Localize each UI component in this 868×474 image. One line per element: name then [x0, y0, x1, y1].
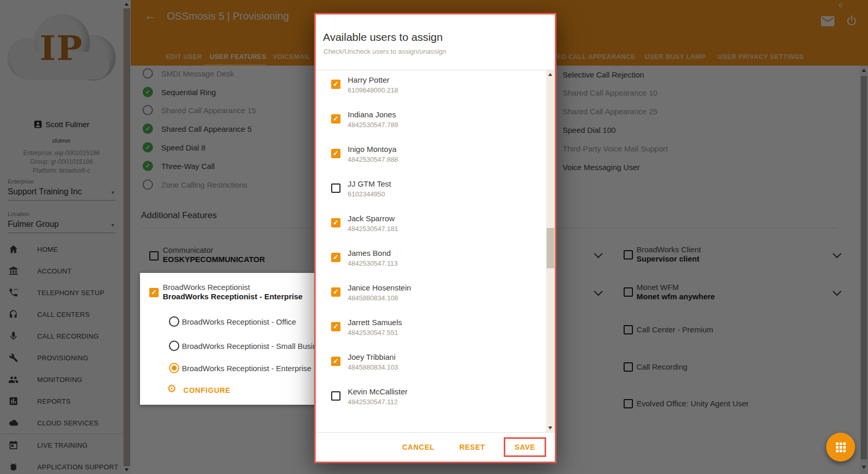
dialog-title: Available users to assign — [323, 31, 443, 43]
receptionist-enterprise-label: BroadWorks Receptionist - Enterprise — [182, 364, 312, 373]
broadworks-receptionist-checkbox[interactable] — [149, 288, 159, 297]
apps-fab-button[interactable] — [826, 433, 855, 462]
user-row: Kevin McCallister4842530547.112 — [316, 387, 533, 410]
cancel-button[interactable]: CANCEL — [399, 442, 438, 452]
user-checkbox[interactable] — [331, 357, 340, 366]
user-checkbox[interactable] — [331, 149, 340, 158]
save-button-highlight: SAVE — [504, 437, 546, 457]
user-checkbox[interactable] — [331, 322, 340, 331]
assign-users-dialog: Available users to assign Check/Uncheck … — [314, 13, 556, 463]
user-row: JJ GTM Test6102344950 — [316, 179, 533, 202]
user-row: Indiana Jones4842530547.789 — [316, 110, 533, 133]
dialog-subtitle: Check/Uncheck users to assign/unassign — [323, 48, 446, 55]
dialog-actions: CANCEL RESET SAVE — [316, 433, 555, 462]
reset-button[interactable]: RESET — [456, 442, 488, 452]
user-list: Harry Potter6109648000.218 Indiana Jones… — [316, 70, 555, 433]
user-row: Jack Sparrow4842530547.181 — [316, 214, 533, 237]
receptionist-small-business-label: BroadWorks Receptionist - Small Business — [182, 342, 320, 350]
user-checkbox[interactable] — [331, 218, 340, 227]
user-row: Inigo Montoya4842530547.888 — [316, 145, 533, 167]
user-row: Harry Potter6109648000.218 — [316, 75, 533, 98]
scroll-up-icon[interactable] — [548, 73, 552, 76]
receptionist-enterprise-radio[interactable] — [169, 363, 179, 373]
dialog-scrollbar-thumb[interactable] — [547, 228, 554, 268]
receptionist-office-label: BroadWorks Receptionist - Office — [182, 317, 296, 326]
dialog-scrollbar[interactable] — [546, 70, 555, 432]
user-row: Janice Hosenstein4845880834.108 — [316, 283, 533, 306]
broadworks-receptionist-card: BroadWorks Receptionist BroadWorks Recep… — [140, 273, 320, 405]
save-button[interactable]: SAVE — [512, 442, 538, 452]
user-row: Joey Tribbiani4845880834.103 — [316, 353, 533, 375]
user-checkbox[interactable] — [331, 114, 340, 124]
grid-icon — [836, 442, 846, 452]
receptionist-small-business-radio[interactable] — [169, 341, 179, 351]
receptionist-office-radio[interactable] — [169, 316, 179, 327]
scroll-down-icon[interactable] — [548, 426, 552, 430]
user-checkbox[interactable] — [331, 184, 340, 193]
user-row: James Bond4842530547.113 — [316, 249, 533, 271]
receptionist-label: BroadWorks Receptionist — [163, 283, 250, 292]
user-checkbox[interactable] — [331, 391, 340, 401]
receptionist-sublabel: BroadWorks Receptionist - Enterprise — [163, 292, 303, 301]
user-row: Jarrett Samuels4842530547.551 — [316, 318, 533, 341]
user-checkbox[interactable] — [331, 253, 340, 262]
configure-button[interactable]: CONFIGURE — [183, 386, 230, 394]
user-checkbox[interactable] — [331, 287, 340, 297]
user-checkbox[interactable] — [331, 80, 340, 89]
gear-icon[interactable] — [167, 383, 177, 395]
